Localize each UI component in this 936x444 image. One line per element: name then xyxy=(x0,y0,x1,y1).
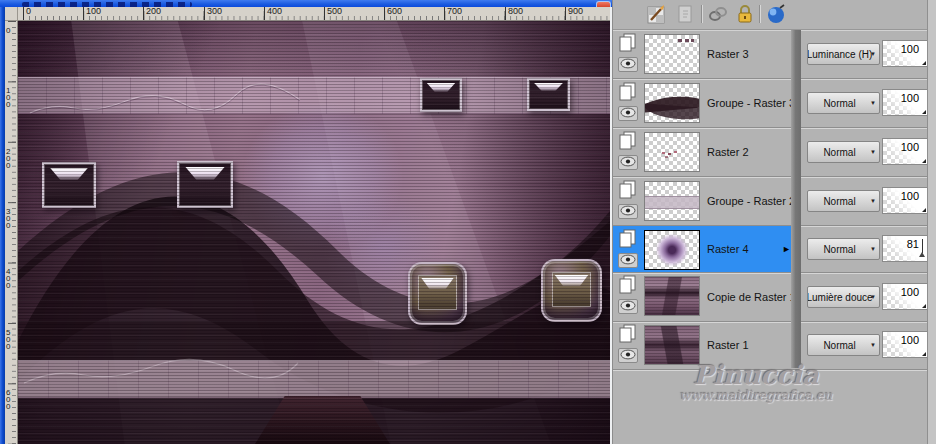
layer-row[interactable]: Raster 1 Normal▼ 100 xyxy=(613,321,936,370)
ruler-label: 700 xyxy=(444,7,462,20)
layer-visibility-eye-icon[interactable] xyxy=(618,299,638,314)
layer-visibility-eye-icon[interactable] xyxy=(618,57,638,72)
ruler-label: 400 xyxy=(6,268,13,289)
watermark-url: www.maidiregrafica.eu xyxy=(631,388,881,403)
tile-gloss xyxy=(185,167,225,180)
glossy-rounded-tile xyxy=(541,259,602,322)
opacity-slider-corner[interactable] xyxy=(922,159,926,163)
ruler-label: 400 xyxy=(264,7,282,20)
layer-pages-icon xyxy=(618,33,638,53)
blend-mode-dropdown[interactable]: Normal▼ xyxy=(807,141,880,163)
layer-name: Raster 4 xyxy=(707,226,749,272)
opacity-slider-corner[interactable] xyxy=(922,110,926,114)
opacity-field[interactable]: 81 xyxy=(882,235,928,262)
ruler-label: 0 xyxy=(6,27,13,34)
toolbar-separator xyxy=(701,5,702,23)
layer-thumbnail xyxy=(644,34,700,74)
opacity-slider-corner[interactable] xyxy=(922,61,926,65)
tile-gloss xyxy=(427,83,456,92)
opacity-field[interactable]: 100 xyxy=(882,187,928,214)
layer-pages-icon xyxy=(618,229,638,249)
layer-row[interactable]: Copie de Raster 1 Lumière douce▼ 100 xyxy=(613,272,936,322)
chevron-down-icon: ▼ xyxy=(870,51,876,57)
blend-mode-dropdown[interactable]: Luminance (H)▼ xyxy=(807,43,880,65)
ruler-label: 600 xyxy=(6,389,13,410)
image-canvas[interactable] xyxy=(18,21,610,444)
toolbar-separator xyxy=(759,5,760,23)
layer-visibility-eye-icon[interactable] xyxy=(618,253,638,268)
ruler-corner xyxy=(5,7,18,21)
opacity-slider-corner[interactable] xyxy=(922,208,926,212)
brush-edit-icon[interactable] xyxy=(647,4,667,24)
ruler-label: 300 xyxy=(204,7,222,20)
glossy-tile xyxy=(177,161,233,208)
layer-row[interactable]: Groupe - Raster 2 Normal▼ 100 xyxy=(613,177,936,226)
dark-band xyxy=(18,321,610,360)
layer-visibility-eye-icon[interactable] xyxy=(618,204,638,219)
layer-thumbnail xyxy=(644,230,700,270)
tile-gloss xyxy=(534,83,564,92)
opacity-slider-corner[interactable] xyxy=(922,352,926,356)
layer-pages-icon xyxy=(618,82,638,102)
glossy-rounded-tile xyxy=(408,262,467,325)
opacity-field[interactable]: 100 xyxy=(882,89,928,116)
ruler-label: 300 xyxy=(6,208,13,229)
opacity-slider-handle[interactable] xyxy=(922,239,923,253)
blend-mode-dropdown[interactable]: Normal▼ xyxy=(807,238,880,260)
selected-row-arrow-icon: ► xyxy=(782,244,791,254)
glossy-tile xyxy=(527,78,570,111)
blend-mode-dropdown[interactable]: Normal▼ xyxy=(807,334,880,356)
tile-gloss xyxy=(50,168,88,181)
layers-palette: Raster 3 Luminance (H)▼ 100 Groupe - Ras… xyxy=(612,0,936,444)
opacity-field[interactable]: 100 xyxy=(882,138,928,165)
layer-name: Groupe - Raster 3 xyxy=(707,79,795,127)
layer-thumbnail xyxy=(644,276,700,316)
padlock-icon[interactable] xyxy=(735,4,755,24)
layer-row-selected[interactable]: Raster 4 ► Normal▼ 81 xyxy=(613,226,936,273)
horizontal-ruler[interactable]: 0 100 200 300 400 500 600 700 800 900 xyxy=(18,7,610,21)
ruler-label: 600 xyxy=(384,7,402,20)
layer-visibility-eye-icon[interactable] xyxy=(618,348,638,363)
layer-pages-icon xyxy=(618,324,638,344)
ruler-label: 900 xyxy=(565,7,583,20)
layer-name: Raster 3 xyxy=(707,30,749,78)
new-layer-disabled-icon[interactable] xyxy=(675,4,695,24)
chevron-down-icon: ▼ xyxy=(870,198,876,204)
glossy-tile xyxy=(42,162,96,208)
opacity-field[interactable]: 100 xyxy=(882,283,928,310)
ruler-label: 100 xyxy=(6,87,13,108)
layer-visibility-eye-icon[interactable] xyxy=(618,106,638,121)
opacity-slider-corner[interactable] xyxy=(922,304,926,308)
layer-row[interactable]: Raster 2 Normal▼ 100 xyxy=(613,128,936,177)
layer-name: Raster 2 xyxy=(707,128,749,176)
chevron-down-icon: ▼ xyxy=(870,100,876,106)
layer-name: Raster 1 xyxy=(707,321,749,369)
layer-row[interactable]: Groupe - Raster 3 Normal▼ 100 xyxy=(613,79,936,128)
layer-thumbnail xyxy=(644,132,700,172)
chevron-down-icon: ▼ xyxy=(870,246,876,252)
chain-link-icon[interactable] xyxy=(708,4,728,24)
chevron-down-icon: ▼ xyxy=(870,294,876,300)
blend-mode-dropdown[interactable]: Normal▼ xyxy=(807,92,880,114)
glossy-tile xyxy=(420,78,462,112)
opacity-field[interactable]: 100 xyxy=(882,331,928,358)
blend-mode-dropdown[interactable]: Lumière douce▼ xyxy=(807,286,880,308)
app-window: 0 100 200 300 400 500 600 700 800 900 0 … xyxy=(0,0,936,444)
vertical-ruler[interactable]: 0 100 200 300 400 500 600 xyxy=(5,21,18,444)
ruler-label: 500 xyxy=(6,329,13,350)
ruler-label: 200 xyxy=(6,148,13,169)
layer-pages-icon xyxy=(618,131,638,151)
blend-mode-dropdown[interactable]: Normal▼ xyxy=(807,190,880,212)
ruler-label: 200 xyxy=(143,7,161,20)
palette-splitter[interactable] xyxy=(791,30,801,368)
sphere-icon[interactable] xyxy=(766,4,786,24)
opacity-field[interactable]: 100 xyxy=(882,40,928,67)
layer-row[interactable]: Raster 3 Luminance (H)▼ 100 xyxy=(613,30,936,79)
palette-scroll-strip[interactable] xyxy=(927,0,936,444)
layer-visibility-eye-icon[interactable] xyxy=(618,155,638,170)
layer-name: Groupe - Raster 2 xyxy=(707,177,795,225)
ruler-label: 800 xyxy=(505,7,523,20)
ruler-label: 100 xyxy=(83,7,101,20)
layer-thumbnail xyxy=(644,181,700,221)
layer-name: Copie de Raster 1 xyxy=(707,272,796,321)
